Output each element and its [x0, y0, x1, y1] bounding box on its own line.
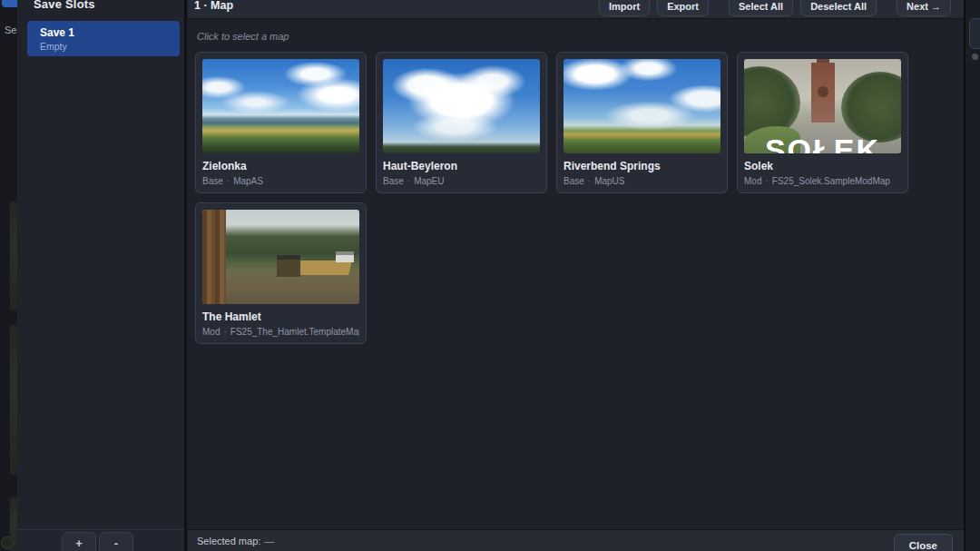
toolbar: Import Export Select All Deselect All Ne… — [599, 0, 951, 16]
map-subtitle: Mod·FS25_The_Hamlet.TemplateMap — [202, 327, 359, 337]
scrollbar-thumb[interactable] — [969, 18, 980, 49]
separator-dot: · — [765, 176, 768, 186]
status-bar: Selected map:— Close — [188, 529, 964, 551]
map-overlay-text: SOŁEK — [765, 133, 880, 153]
map-thumbnail — [202, 59, 359, 153]
map-subtitle: Mod·FS25_Solek.SampleModMap — [744, 176, 901, 186]
export-button[interactable]: Export — [657, 0, 709, 16]
map-step-header-bar: 1 · Map Import Export Select All Deselec… — [188, 0, 964, 19]
select-all-button[interactable]: Select All — [729, 0, 793, 16]
map-card-solek[interactable]: SOŁEK Solek Mod·FS25_Solek.SampleModMap — [737, 52, 908, 193]
remove-slot-button[interactable]: - — [99, 532, 133, 551]
selected-map-label: Selected map: — [197, 536, 260, 546]
close-button[interactable]: Close — [894, 534, 953, 551]
map-card-riverbend-springs[interactable]: Riverbend Springs Base·MapUS — [556, 52, 728, 193]
separator-dot: · — [407, 176, 410, 186]
map-thumbnail — [564, 59, 720, 153]
map-id: MapAS — [233, 176, 263, 186]
background-blue-button-fragment — [2, 0, 17, 7]
map-title: Haut-Beyleron — [383, 160, 540, 172]
church-tower-art — [811, 63, 835, 123]
house-art — [336, 251, 354, 262]
save-slots-panel: Save Slots Save 1 Empty + - — [17, 0, 186, 551]
background-app-strip: Se — [0, 0, 17, 551]
map-source: Mod — [744, 176, 761, 186]
hut-art — [277, 255, 300, 277]
map-title: The Hamlet — [202, 310, 359, 323]
map-source: Base — [564, 176, 584, 186]
save-slot-item[interactable]: Save 1 Empty — [27, 21, 180, 56]
map-source: Base — [383, 176, 404, 186]
map-id: MapUS — [594, 176, 624, 186]
right-edge-strip — [964, 0, 980, 551]
map-card-grid: Zielonka Base·MapAS Haut-Beyleron Base·M… — [195, 52, 957, 344]
map-subtitle: Base·MapEU — [383, 176, 540, 186]
map-source: Base — [202, 176, 223, 186]
map-id: MapEU — [414, 176, 444, 186]
map-id: FS25_Solek.SampleModMap — [772, 176, 890, 186]
background-thumbnail-sliver — [10, 202, 17, 310]
save-slot-name: Save 1 — [40, 26, 167, 39]
map-thumbnail — [202, 210, 359, 304]
selected-map-status: Selected map:— — [197, 536, 274, 546]
next-button[interactable]: Next → — [897, 0, 951, 16]
separator-dot: · — [227, 176, 230, 186]
background-corner-button-fragment — [1, 536, 14, 549]
map-step-panel: 1 · Map Import Export Select All Deselec… — [188, 0, 964, 551]
page-title: 1 · Map — [194, 0, 233, 12]
deselect-all-button[interactable]: Deselect All — [800, 0, 877, 16]
map-id: FS25_The_Hamlet.TemplateMap — [230, 327, 359, 337]
tree-trunk-art — [202, 210, 226, 304]
map-card-the-hamlet[interactable]: The Hamlet Mod·FS25_The_Hamlet.TemplateM… — [195, 202, 367, 344]
map-subtitle: Base·MapUS — [564, 176, 720, 186]
scroll-dot-icon — [972, 54, 978, 60]
map-select-hint: Click to select a map — [197, 31, 289, 42]
import-button[interactable]: Import — [599, 0, 650, 16]
separator-dot: · — [588, 176, 591, 186]
background-thumbnail-sliver — [10, 325, 17, 475]
map-subtitle: Base·MapAS — [202, 176, 359, 186]
map-card-haut-beyleron[interactable]: Haut-Beyleron Base·MapEU — [376, 52, 547, 193]
map-card-zielonka[interactable]: Zielonka Base·MapAS — [195, 52, 367, 193]
selected-map-value: — — [264, 536, 274, 546]
map-source: Mod — [202, 327, 220, 337]
save-slots-header: Save Slots — [34, 0, 184, 11]
map-thumbnail: SOŁEK — [744, 59, 901, 153]
map-title: Solek — [744, 160, 901, 172]
save-slots-footer: + - — [17, 529, 184, 551]
save-slot-status: Empty — [40, 41, 167, 52]
map-title: Riverbend Springs — [564, 160, 720, 172]
background-partial-label: Se — [5, 25, 16, 35]
separator-dot: · — [223, 327, 226, 337]
add-slot-button[interactable]: + — [62, 532, 96, 551]
map-title: Zielonka — [202, 160, 359, 172]
map-grid-area: Click to select a map Zielonka Base·MapA… — [188, 19, 964, 529]
map-thumbnail — [383, 59, 540, 153]
